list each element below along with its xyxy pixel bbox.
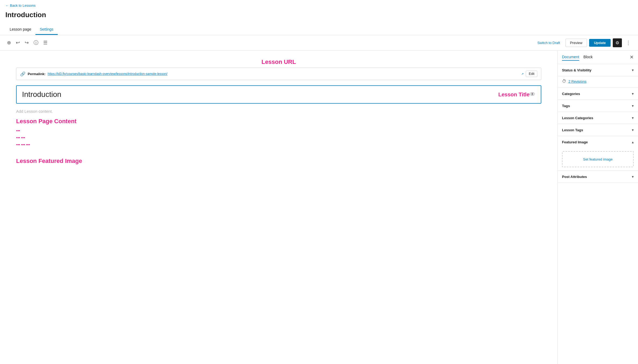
set-featured-image-button[interactable]: Set featured image bbox=[583, 157, 613, 161]
lesson-featured-image-annotation: Lesson Featured Image bbox=[16, 158, 541, 165]
link-icon: 🔗 bbox=[20, 71, 26, 77]
settings-gear-button[interactable]: ⚙ bbox=[613, 38, 622, 47]
back-to-lessons-link[interactable]: Back to Lessons bbox=[5, 3, 35, 8]
section-featured-image-title: Featured Image bbox=[562, 140, 588, 144]
dots-row-1: ••• bbox=[16, 129, 541, 133]
plus-icon: ⊕ bbox=[7, 40, 11, 46]
permalink-url: https://ld3.fly/courses/basic-learndash-… bbox=[48, 72, 519, 76]
details-button[interactable]: ⓘ bbox=[32, 38, 40, 48]
section-revisions: ⏱ 2 Revisions bbox=[558, 76, 638, 88]
sidebar-tab-document[interactable]: Document bbox=[562, 54, 579, 61]
permalink-bar: 🔗 Permalink: https://ld3.fly/courses/bas… bbox=[16, 68, 541, 80]
section-lesson-tags: Lesson Tags ▾ bbox=[558, 124, 638, 136]
section-tags-title: Tags bbox=[562, 104, 570, 108]
section-lesson-tags-header[interactable]: Lesson Tags ▾ bbox=[558, 124, 638, 136]
section-categories: Categories ▾ bbox=[558, 88, 638, 100]
tab-settings[interactable]: Settings bbox=[35, 25, 58, 35]
chevron-down-icon-lesson-tags: ▾ bbox=[632, 128, 634, 132]
chevron-down-icon-lesson-categories: ▾ bbox=[632, 116, 634, 120]
undo-button[interactable]: ↩ bbox=[14, 38, 21, 47]
section-status-visibility-header[interactable]: Status & Visibility ▾ bbox=[558, 64, 638, 76]
info-icon: ⓘ bbox=[34, 39, 38, 46]
tab-lesson-page[interactable]: Lesson page bbox=[5, 25, 35, 35]
lesson-title-annotation: Lesson Title bbox=[498, 92, 530, 98]
dots-row-3: ••• ••• ••• bbox=[16, 143, 541, 147]
section-featured-image-header[interactable]: Featured Image ▴ bbox=[558, 136, 638, 148]
section-tags-header[interactable]: Tags ▾ bbox=[558, 100, 638, 112]
section-lesson-categories: Lesson Categories ▾ bbox=[558, 112, 638, 124]
chevron-down-icon: ▾ bbox=[632, 68, 634, 72]
content-placeholder[interactable]: Add Lesson content. bbox=[16, 109, 541, 114]
lesson-title-input[interactable] bbox=[22, 90, 493, 99]
chevron-up-icon-featured-image: ▴ bbox=[632, 140, 634, 144]
preview-button[interactable]: Preview bbox=[566, 39, 587, 47]
section-lesson-tags-title: Lesson Tags bbox=[562, 128, 583, 132]
section-post-attributes-title: Post Attributes bbox=[562, 175, 587, 179]
list-view-button[interactable]: ☰ bbox=[42, 38, 49, 47]
list-icon: ☰ bbox=[43, 40, 48, 46]
lesson-page-content-annotation: Lesson Page Content bbox=[16, 118, 541, 125]
ellipsis-icon: ⋮ bbox=[626, 40, 631, 46]
revisions-history-icon: ⏱ bbox=[562, 79, 566, 84]
page-title: Introduction bbox=[5, 11, 633, 19]
revisions-link[interactable]: 2 Revisions bbox=[568, 79, 586, 83]
section-post-attributes: Post Attributes ▾ bbox=[558, 171, 638, 183]
edit-permalink-button[interactable]: Edit bbox=[526, 71, 537, 77]
section-lesson-categories-header[interactable]: Lesson Categories ▾ bbox=[558, 112, 638, 124]
chevron-down-icon-categories: ▾ bbox=[632, 92, 634, 96]
add-block-button[interactable]: ⊕ bbox=[5, 38, 13, 47]
revisions-row[interactable]: ⏱ 2 Revisions bbox=[558, 76, 638, 88]
undo-icon: ↩ bbox=[16, 40, 20, 46]
sidebar-tab-block[interactable]: Block bbox=[583, 54, 593, 61]
permalink-label: Permalink: bbox=[28, 72, 45, 76]
section-tags: Tags ▾ bbox=[558, 100, 638, 112]
redo-icon: ↪ bbox=[25, 40, 29, 46]
sidebar: Document Block ✕ Status & Visibility ▾ ⏱… bbox=[557, 50, 638, 364]
chevron-down-icon-tags: ▾ bbox=[632, 104, 634, 108]
switch-to-draft-button[interactable]: Switch to Draft bbox=[534, 39, 563, 46]
section-status-visibility-title: Status & Visibility bbox=[562, 68, 592, 72]
section-featured-image: Featured Image ▴ Set featured image bbox=[558, 136, 638, 171]
section-status-visibility: Status & Visibility ▾ bbox=[558, 64, 638, 76]
update-button[interactable]: Update bbox=[589, 39, 611, 47]
lesson-url-annotation: Lesson URL bbox=[16, 59, 541, 65]
sidebar-close-button[interactable]: ✕ bbox=[630, 54, 634, 60]
title-area: Lesson Title 👁 bbox=[16, 85, 541, 104]
redo-button[interactable]: ↪ bbox=[23, 38, 30, 47]
featured-image-box[interactable]: Set featured image bbox=[562, 151, 634, 167]
visibility-eye-icon[interactable]: 👁 bbox=[530, 91, 535, 98]
more-options-button[interactable]: ⋮ bbox=[624, 38, 633, 48]
chevron-down-icon-post-attributes: ▾ bbox=[632, 174, 634, 179]
section-categories-title: Categories bbox=[562, 92, 580, 96]
external-link-icon: ↗ bbox=[521, 72, 524, 76]
gear-icon: ⚙ bbox=[615, 41, 619, 45]
section-categories-header[interactable]: Categories ▾ bbox=[558, 88, 638, 100]
section-lesson-categories-title: Lesson Categories bbox=[562, 116, 593, 120]
dots-row-2: ••• ••• bbox=[16, 136, 541, 140]
sidebar-header: Document Block ✕ bbox=[558, 50, 638, 64]
section-post-attributes-header[interactable]: Post Attributes ▾ bbox=[558, 171, 638, 183]
